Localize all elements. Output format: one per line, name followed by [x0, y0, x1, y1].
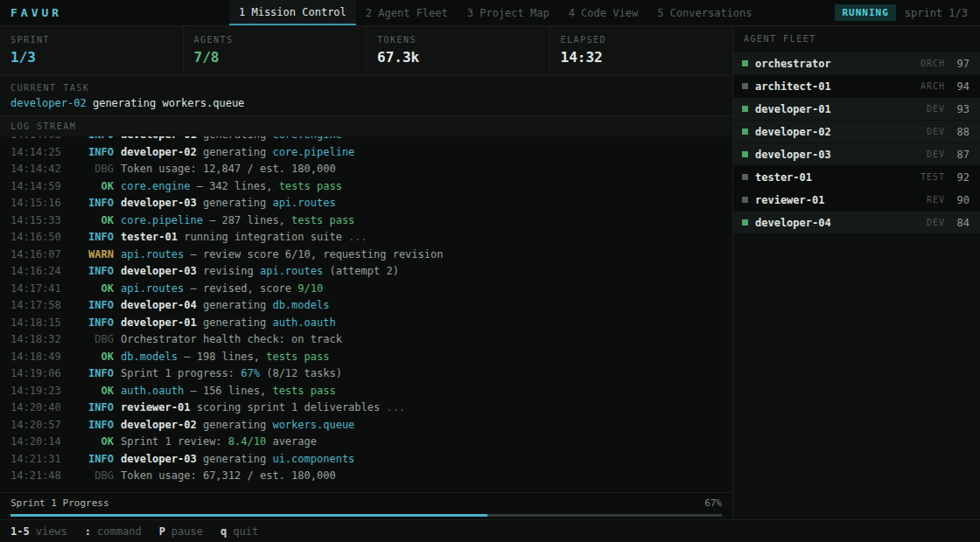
log-stream[interactable]: 14:14:08INFOdeveloper-01 generating core…: [0, 136, 732, 492]
log-seg-module: api.routes: [272, 197, 335, 209]
topbar-status-group: RUNNING sprint 1/3: [835, 0, 980, 25]
agent-status-dot: [742, 219, 748, 226]
tab-agent-fleet[interactable]: 2 Agent Fleet: [356, 0, 458, 25]
log-seg-agent: reviewer-01: [121, 401, 190, 413]
stat-agents: AGENTS7/8: [184, 26, 368, 75]
log-seg-ok: 8.4/10: [228, 435, 266, 448]
log-message: core.pipeline — 287 lines, tests pass: [121, 214, 354, 226]
tab-conversations[interactable]: 5 Conversations: [648, 0, 761, 25]
log-level: INFO: [65, 417, 114, 434]
log-timestamp: 14:18:32: [10, 331, 65, 349]
tab-mission-control[interactable]: 1 Mission Control: [229, 0, 356, 25]
log-entry: 14:20:40INFOreviewer-01 scoring sprint 1…: [10, 400, 722, 417]
log-level: INFO: [65, 136, 114, 144]
log-entry: 14:19:23OKauth.oauth — 156 lines, tests …: [10, 383, 722, 400]
agent-row-orchestrator[interactable]: orchestratorORCH97: [733, 52, 980, 74]
stats-row: SPRINT1/3AGENTS7/8TOKENS67.3kELAPSED14:3…: [0, 26, 732, 76]
log-timestamp: 14:21:31: [10, 451, 65, 469]
log-seg-module: db.models: [272, 299, 329, 311]
log-seg-text: Token usage: 67,312 / est. 180,000: [121, 469, 336, 482]
agent-role: ORCH: [920, 59, 945, 68]
agent-score: 84: [945, 217, 970, 229]
agent-fleet-title: AGENT FLEET: [744, 34, 816, 44]
footer-hint-pause[interactable]: Ppause: [159, 525, 203, 538]
log-stream-header: LOG STREAM: [0, 116, 732, 136]
agent-score: 94: [945, 80, 970, 93]
agent-fleet-header: AGENT FLEET: [733, 26, 980, 52]
log-level: INFO: [65, 451, 114, 469]
tab-code-view[interactable]: 4 Code View: [559, 0, 648, 25]
log-seg-agent: developer-01: [121, 316, 197, 329]
log-seg-module: core.engine: [121, 180, 190, 192]
agent-role: DEV: [927, 104, 945, 114]
agent-status-dot: [742, 151, 748, 157]
log-level: OK: [65, 383, 114, 400]
stat-elapsed-label: ELAPSED: [561, 35, 733, 45]
agent-score: 90: [945, 194, 970, 206]
log-level: INFO: [65, 297, 114, 315]
main-area: SPRINT1/3AGENTS7/8TOKENS67.3kELAPSED14:3…: [0, 26, 980, 519]
agent-score: 92: [945, 171, 970, 184]
log-message: api.routes — revised, score 9/10: [121, 282, 323, 295]
log-message: reviewer-01 scoring sprint 1 deliverable…: [121, 401, 405, 413]
log-seg-module: ui.components: [272, 453, 354, 465]
log-timestamp: 14:20:14: [10, 434, 65, 451]
log-timestamp: 14:14:42: [10, 161, 65, 178]
log-message: developer-01 generating core.engine: [121, 136, 342, 141]
log-level: DBG: [65, 468, 114, 485]
log-timestamp: 14:17:58: [10, 297, 65, 315]
log-seg-text: Token usage: 12,847 / est. 180,000: [121, 163, 336, 175]
agent-role: ARCH: [920, 81, 945, 91]
log-seg-text: — 156 lines,: [184, 385, 272, 397]
agent-row-reviewer-01[interactable]: reviewer-01REV90: [733, 189, 980, 211]
log-timestamp: 14:14:59: [10, 178, 65, 196]
tab-project-map[interactable]: 3 Project Map: [458, 0, 559, 25]
footer-hint-command[interactable]: :command: [85, 525, 142, 538]
agent-row-architect-01[interactable]: architect-01ARCH94: [733, 75, 980, 97]
log-entry: 14:16:07WARNapi.routes — review score 6/…: [10, 247, 722, 264]
log-level: INFO: [65, 315, 114, 332]
log-message: Token usage: 67,312 / est. 180,000: [121, 469, 336, 482]
log-seg-module: api.routes: [121, 282, 184, 295]
log-entry: 14:14:25INFOdeveloper-02 generating core…: [10, 144, 722, 162]
agent-row-developer-01[interactable]: developer-01DEV93: [733, 98, 980, 120]
stat-sprint-value: 1/3: [10, 49, 183, 66]
footer-hint-views[interactable]: 1-5views: [10, 525, 67, 538]
log-entry: 14:21:48DBGToken usage: 67,312 / est. 18…: [10, 468, 722, 485]
log-seg-module: workers.queue: [272, 419, 354, 431]
log-seg-ok: tests pass: [279, 180, 342, 192]
agent-row-tester-01[interactable]: tester-01TEST92: [733, 166, 980, 188]
app-logo: FAVUR: [0, 6, 131, 19]
agent-name: orchestrator: [755, 58, 831, 70]
current-task-agent: developer-02: [10, 97, 87, 109]
log-entry: 14:15:16INFOdeveloper-03 generating api.…: [10, 195, 722, 212]
log-message: Token usage: 12,847 / est. 180,000: [121, 163, 336, 175]
log-seg-text: — review score 6/10, requesting revision: [184, 248, 443, 261]
log-entry: 14:18:15INFOdeveloper-01 generating auth…: [10, 315, 722, 332]
log-seg-agent: developer-02: [121, 419, 197, 431]
agent-score: 87: [945, 149, 970, 161]
log-level: INFO: [65, 229, 114, 247]
current-task-label: CURRENT TASK: [10, 83, 732, 93]
log-seg-text: (8/12 tasks): [260, 367, 342, 379]
footer-hint-quit[interactable]: qquit: [220, 525, 258, 538]
log-seg-agent: tester-01: [121, 231, 178, 243]
agent-row-developer-03[interactable]: developer-03DEV87: [733, 143, 980, 165]
agent-row-developer-02[interactable]: developer-02DEV88: [733, 121, 980, 142]
sprint-indicator: sprint 1/3: [905, 7, 968, 19]
log-seg-ok: tests pass: [272, 385, 335, 397]
agent-row-developer-04[interactable]: developer-04DEV84: [733, 212, 980, 233]
log-seg-module: auth.oauth: [272, 316, 335, 329]
log-seg-module: api.routes: [260, 265, 323, 277]
log-timestamp: 14:20:40: [10, 400, 65, 417]
agent-name: architect-01: [755, 80, 831, 93]
log-seg-text: running integration suite: [178, 231, 342, 243]
log-timestamp: 14:15:33: [10, 212, 65, 230]
hint-key: P: [159, 525, 165, 538]
log-level: INFO: [65, 400, 114, 417]
log-seg-text: Sprint 1 progress:: [121, 367, 241, 379]
log-seg-module: core.pipeline: [121, 214, 203, 226]
log-message: Sprint 1 review: 8.4/10 average: [121, 435, 317, 448]
footer-keybar: 1-5views:commandPpauseqquit: [0, 519, 980, 542]
log-seg-agent: developer-03: [121, 453, 197, 465]
